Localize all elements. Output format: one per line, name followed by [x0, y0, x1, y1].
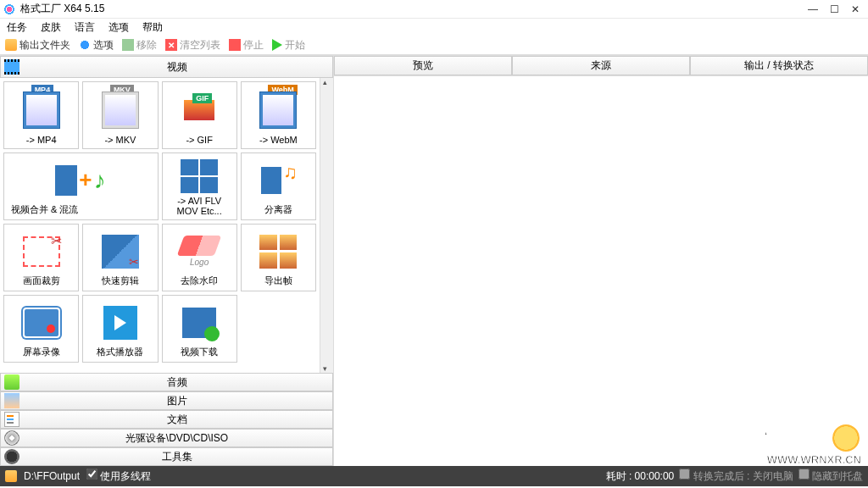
tile-mkv[interactable]: MKV-> MKV [82, 81, 158, 149]
folder-icon [5, 470, 17, 482]
after-convert-toggle[interactable]: 转换完成后 : 关闭电脑 [679, 469, 793, 484]
stop-button[interactable]: 停止 [229, 38, 264, 53]
category-audio[interactable]: 音频 [0, 373, 333, 391]
window-title: 格式工厂 X64 5.15 [20, 2, 104, 16]
tile-screen-record[interactable]: 屏幕录像 [3, 295, 79, 363]
right-panel: 预览 来源 输出 / 转换状态 [334, 56, 868, 466]
tile-export-frames[interactable]: 导出帧 [241, 224, 316, 291]
left-panel: 视频 MP4-> MP4 MKV-> MKV GIF-> GIF WebM-> … [0, 56, 334, 466]
output-folder-button[interactable]: 输出文件夹 [5, 38, 70, 53]
list-header: 预览 来源 输出 / 转换状态 [334, 56, 868, 76]
category-tools[interactable]: 工具集 [0, 447, 333, 466]
menu-language[interactable]: 语言 [75, 20, 95, 35]
remove-button[interactable]: 移除 [122, 38, 157, 53]
tile-remove-watermark[interactable]: Logo去除水印 [162, 224, 237, 291]
start-button[interactable]: 开始 [272, 38, 305, 53]
minimize-button[interactable]: — [808, 3, 818, 15]
film-icon [4, 59, 19, 75]
tile-crop[interactable]: 画面裁剪 [3, 224, 79, 291]
watermark: 仙人小站 WWW.WRNXR.CN [731, 421, 861, 466]
options-button[interactable]: 选项 [79, 38, 114, 53]
video-tiles-grid: MP4-> MP4 MKV-> MKV GIF-> GIF WebM-> Web… [0, 78, 320, 373]
elapsed-time: 耗时 : 00:00:00 [606, 469, 675, 484]
remove-icon [122, 39, 134, 51]
tile-download[interactable]: 视频下载 [162, 295, 237, 363]
category-disc[interactable]: 光驱设备\DVD\CD\ISO [0, 429, 333, 447]
tile-gif[interactable]: GIF-> GIF [162, 81, 237, 149]
multithread-toggle[interactable]: 使用多线程 [86, 469, 151, 484]
play-icon [272, 39, 282, 51]
title-bar: 格式工厂 X64 5.15 — ☐ ✕ [0, 0, 868, 19]
category-video[interactable]: 视频 [0, 56, 333, 78]
clear-icon: ✕ [165, 39, 177, 51]
maximize-button[interactable]: ☐ [830, 3, 839, 15]
disc-icon [4, 430, 19, 446]
scrollbar[interactable] [320, 78, 333, 373]
tile-avi-etc[interactable]: -> AVI FLV MOV Etc... [162, 152, 237, 220]
status-bar: D:\FFOutput 使用多线程 耗时 : 00:00:00 转换完成后 : … [0, 466, 868, 486]
menu-help[interactable]: 帮助 [142, 20, 163, 35]
menu-skin[interactable]: 皮肤 [41, 20, 61, 35]
app-logo-icon [3, 3, 15, 15]
output-path[interactable]: D:\FFOutput [24, 470, 80, 482]
clear-list-button[interactable]: ✕清空列表 [165, 38, 220, 53]
tile-merge[interactable]: +♪视频合并 & 混流 [3, 152, 159, 220]
audio-icon [4, 374, 19, 390]
tools-icon [4, 449, 19, 464]
tile-player[interactable]: 格式播放器 [82, 295, 158, 363]
category-image[interactable]: 图片 [0, 391, 333, 410]
menu-task[interactable]: 任务 [7, 20, 27, 35]
tile-webm[interactable]: WebM-> WebM [241, 81, 316, 149]
menu-bar: 任务 皮肤 语言 选项 帮助 [0, 19, 868, 36]
col-preview[interactable]: 预览 [334, 56, 512, 75]
tile-splitter[interactable]: ♫分离器 [241, 152, 316, 220]
col-source[interactable]: 来源 [512, 56, 690, 75]
emoji-icon [831, 423, 861, 453]
tile-mp4[interactable]: MP4-> MP4 [3, 81, 79, 149]
toolbar: 输出文件夹 选项 移除 ✕清空列表 停止 开始 [0, 36, 868, 56]
close-button[interactable]: ✕ [851, 3, 860, 15]
task-list-body[interactable] [334, 76, 868, 466]
menu-options[interactable]: 选项 [108, 20, 129, 35]
document-icon [4, 412, 19, 427]
stop-icon [229, 39, 241, 51]
image-icon [4, 393, 19, 408]
col-status[interactable]: 输出 / 转换状态 [690, 56, 868, 75]
options-icon [79, 39, 91, 51]
tray-toggle[interactable]: 隐藏到托盘 [798, 469, 863, 484]
category-document[interactable]: 文档 [0, 410, 333, 429]
folder-icon [5, 39, 17, 51]
tile-quick-cut[interactable]: 快速剪辑 [82, 224, 158, 291]
